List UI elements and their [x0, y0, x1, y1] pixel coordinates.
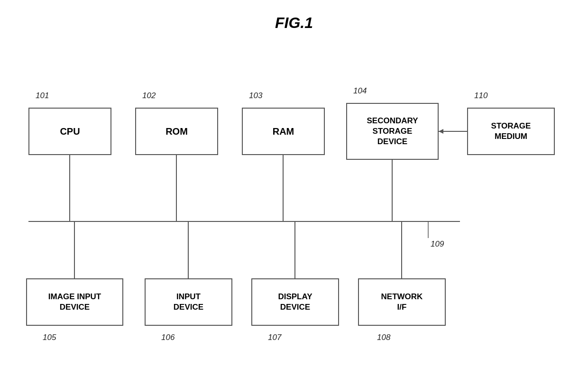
ref-103: 103	[249, 91, 262, 101]
network-if-box: NETWORKI/F	[358, 278, 446, 326]
ssd-box: SECONDARYSTORAGEDEVICE	[346, 103, 439, 160]
diagram: CPU ROM RAM SECONDARYSTORAGEDEVICE STORA…	[0, 41, 588, 383]
svg-marker-10	[439, 129, 443, 134]
ref-109: 109	[431, 239, 444, 249]
ref-102: 102	[142, 91, 156, 101]
image-input-box: IMAGE INPUTDEVICE	[26, 278, 123, 326]
storage-medium-box: STORAGEMEDIUM	[467, 108, 555, 155]
input-device-box: INPUTDEVICE	[145, 278, 232, 326]
ref-108: 108	[377, 333, 390, 342]
ref-110: 110	[474, 91, 487, 101]
ram-box: RAM	[242, 108, 325, 155]
connection-lines	[0, 41, 588, 383]
ref-105: 105	[43, 333, 56, 342]
rom-box: ROM	[135, 108, 218, 155]
ref-101: 101	[36, 91, 49, 101]
page-title: FIG.1	[0, 0, 588, 37]
ref-104: 104	[353, 86, 367, 96]
ref-106: 106	[161, 333, 175, 342]
display-device-box: DISPLAYDEVICE	[251, 278, 339, 326]
ref-107: 107	[268, 333, 281, 342]
cpu-box: CPU	[28, 108, 111, 155]
